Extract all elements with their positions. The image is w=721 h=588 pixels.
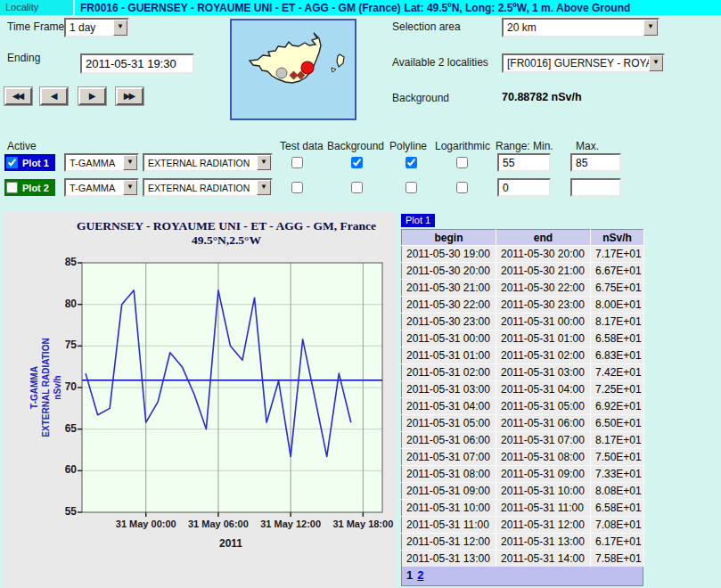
data-table-body: 2011-05-30 19:002011-05-30 20:007.17E+01… <box>402 246 644 568</box>
data-table: begin end nSv/h 2011-05-30 19:002011-05-… <box>401 229 644 568</box>
station-coordinates: Lat: 49.5ºN, Long: 2.5ºW, 1 m. Above Gro… <box>405 2 631 14</box>
nav-first-button[interactable]: ◀◀ <box>4 87 32 105</box>
chevron-down-icon: ▼ <box>643 20 658 36</box>
col-range-min: Range: Min. <box>496 140 553 152</box>
plot1-range-max-input[interactable] <box>570 153 621 172</box>
time-frame-value: 1 day <box>66 20 113 35</box>
col-background: Background <box>327 140 384 152</box>
chart-plot-area <box>82 263 382 512</box>
chevron-down-icon: ▼ <box>123 180 137 195</box>
selection-area-select[interactable]: 20 km ▼ <box>502 18 660 37</box>
table-row: 2011-05-31 00:002011-05-31 01:006.58E+01 <box>402 331 644 347</box>
ending-input[interactable] <box>80 53 194 74</box>
x-tick-label: 31 May 00:00 <box>106 519 186 529</box>
time-frame-label: Time Frame <box>7 20 64 33</box>
plot1-logarithmic-checkbox[interactable] <box>456 157 468 168</box>
plot1-polyline-checkbox[interactable] <box>406 157 417 168</box>
plot2-logarithmic-checkbox[interactable] <box>456 182 468 193</box>
col-header-end: end <box>496 230 591 246</box>
chevron-down-icon: ▼ <box>123 155 137 170</box>
y-tick-label: 75 <box>46 339 77 351</box>
plot2-range-min-input[interactable] <box>497 178 551 197</box>
localities-value: [FR0016] GUERNSEY - ROYAUME UNI - ET <box>504 56 649 70</box>
plot2-polyline-checkbox[interactable] <box>406 182 417 193</box>
table-row: 2011-05-31 12:002011-05-31 13:006.17E+01 <box>402 534 644 551</box>
table-row: 2011-05-31 07:002011-05-31 08:007.50E+01 <box>402 449 644 466</box>
y-tick-label: 65 <box>46 422 77 435</box>
plot1-test-data-checkbox[interactable] <box>291 157 303 168</box>
station-marker-gray <box>276 68 287 78</box>
y-tick-label: 80 <box>46 298 77 310</box>
plot2-range-max-input[interactable] <box>570 178 621 197</box>
table-row: 2011-05-31 04:002011-05-31 05:006.92E+01 <box>402 398 644 415</box>
col-header-value: nSv/h <box>591 230 644 246</box>
table-row: 2011-05-31 13:002011-05-31 14:007.58E+01 <box>402 551 644 568</box>
x-axis-year-label: 2011 <box>191 537 271 550</box>
time-frame-select[interactable]: 1 day ▼ <box>64 18 129 37</box>
table-row: 2011-05-30 23:002011-05-31 00:008.17E+01 <box>402 314 644 331</box>
chevron-down-icon: ▼ <box>649 55 663 71</box>
plot1-active-checkbox[interactable] <box>6 157 18 168</box>
nav-prev-button[interactable]: ◀ <box>40 87 68 105</box>
plot2-active-checkbox[interactable] <box>6 182 18 193</box>
ending-label: Ending <box>7 52 40 64</box>
localities-label: Available 2 localities <box>392 56 488 69</box>
table-row: 2011-05-31 06:002011-05-31 07:008.17E+01 <box>402 432 644 449</box>
plot2-quantity-select[interactable]: EXTERNAL RADIATION ▼ <box>143 178 273 197</box>
guernsey-map[interactable] <box>230 19 356 120</box>
background-label: Background <box>392 92 449 104</box>
pagination-links: 2 <box>413 568 423 582</box>
nav-next-button[interactable]: ▶ <box>78 87 106 105</box>
table-row: 2011-05-31 05:002011-05-31 06:006.50E+01 <box>402 415 644 432</box>
plot2-sensor-select[interactable]: T-GAMMA ▼ <box>64 178 139 197</box>
table-row: 2011-05-30 21:002011-05-30 22:006.75E+01 <box>402 280 644 297</box>
plot2-test-data-checkbox[interactable] <box>291 182 303 193</box>
selection-area-label: Selection area <box>392 20 461 33</box>
x-tick-label: 31 May 18:00 <box>323 519 403 529</box>
chart-panel: GUERNSEY - ROYAUME UNI - ET - AGG - GM, … <box>4 212 396 588</box>
table-plot-tag: Plot 1 <box>401 214 435 227</box>
plot1-sensor-select[interactable]: T-GAMMA ▼ <box>64 153 139 172</box>
table-row: 2011-05-31 09:002011-05-31 10:008.08E+01 <box>402 483 644 500</box>
col-polyline: Polyline <box>389 140 427 152</box>
col-max: Max. <box>576 140 599 152</box>
active-label: Active <box>7 140 37 152</box>
y-tick-label: 70 <box>46 380 77 393</box>
table-row: 2011-05-31 01:002011-05-31 02:006.83E+01 <box>402 347 644 364</box>
table-row: 2011-05-31 11:002011-05-31 12:007.08E+01 <box>402 517 644 534</box>
selected-station-marker <box>301 61 314 74</box>
plot1-range-min-input[interactable] <box>497 153 551 172</box>
pagination-link[interactable]: 2 <box>417 568 423 582</box>
plot1-background-checkbox[interactable] <box>351 157 363 168</box>
y-tick-label: 55 <box>46 505 77 518</box>
localities-select[interactable]: [FR0016] GUERNSEY - ROYAUME UNI - ET ▼ <box>502 53 665 73</box>
chevron-down-icon: ▼ <box>257 180 271 195</box>
plot1-quantity-select[interactable]: EXTERNAL RADIATION ▼ <box>143 153 273 172</box>
chevron-down-icon: ▼ <box>257 155 271 170</box>
plot1-badge: Plot 1 <box>4 154 55 171</box>
nav-last-button[interactable]: ▶▶ <box>116 87 143 105</box>
pagination-bar: 12 <box>401 567 643 586</box>
table-row: 2011-05-31 08:002011-05-31 09:007.33E+01 <box>402 466 644 483</box>
table-row: 2011-05-30 22:002011-05-30 23:008.00E+01 <box>402 297 644 314</box>
col-header-begin: begin <box>402 230 496 246</box>
plot2-label: Plot 2 <box>22 183 49 193</box>
x-tick-label: 31 May 12:00 <box>250 519 331 529</box>
plot2-background-checkbox[interactable] <box>351 182 363 193</box>
table-row: 2011-05-30 19:002011-05-30 20:007.17E+01 <box>402 246 644 263</box>
selection-area-value: 20 km <box>504 20 643 35</box>
islet-small <box>332 68 336 72</box>
col-test-data: Test data <box>280 140 324 152</box>
col-logarithmic: Logarithmic <box>435 140 490 152</box>
chevron-down-icon: ▼ <box>113 20 127 36</box>
background-value: 70.88782 nSv/h <box>502 91 582 103</box>
plot2-badge: Plot 2 <box>4 179 55 196</box>
topbar: Locality FR0016 - GUERNSEY - ROYAUME UNI… <box>0 0 721 15</box>
table-row: 2011-05-31 03:002011-05-31 04:007.25E+01 <box>402 381 644 398</box>
chart-subtitle: 49.5°N,2.5°W <box>57 233 396 248</box>
app-window: Locality FR0016 - GUERNSEY - ROYAUME UNI… <box>0 0 721 588</box>
x-tick-label: 31 May 06:00 <box>178 519 258 529</box>
chart-title: GUERNSEY - ROYAUME UNI - ET - AGG - GM, … <box>57 219 396 233</box>
map-graphic <box>232 20 355 118</box>
locality-label: Locality <box>0 0 75 15</box>
